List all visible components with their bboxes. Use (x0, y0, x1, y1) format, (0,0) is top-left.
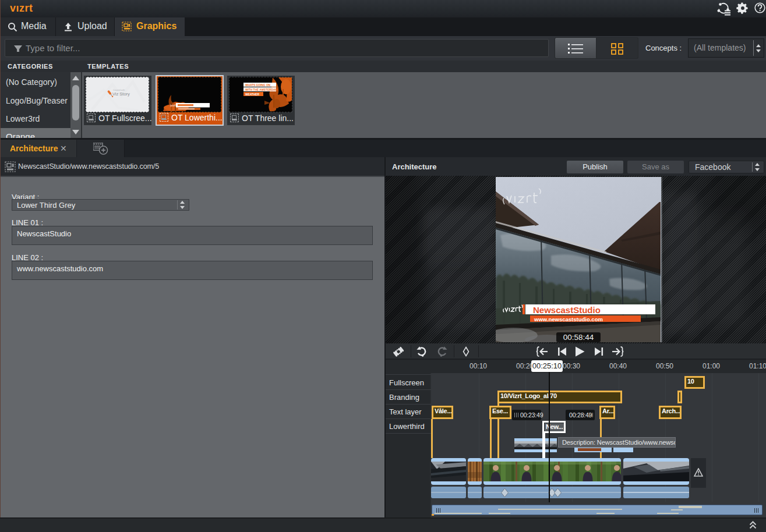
svg-text:Viz Story: Viz Story (112, 91, 130, 97)
svg-text:WHATS GOING ON: WHATS GOING ON (245, 84, 271, 87)
svg-text:(vızrt: (vızrt (170, 104, 177, 107)
svg-text:WITH THE AMSTERDAM: WITH THE AMSTERDAM (245, 88, 278, 91)
svg-text:WEATHER: WEATHER (245, 93, 259, 96)
